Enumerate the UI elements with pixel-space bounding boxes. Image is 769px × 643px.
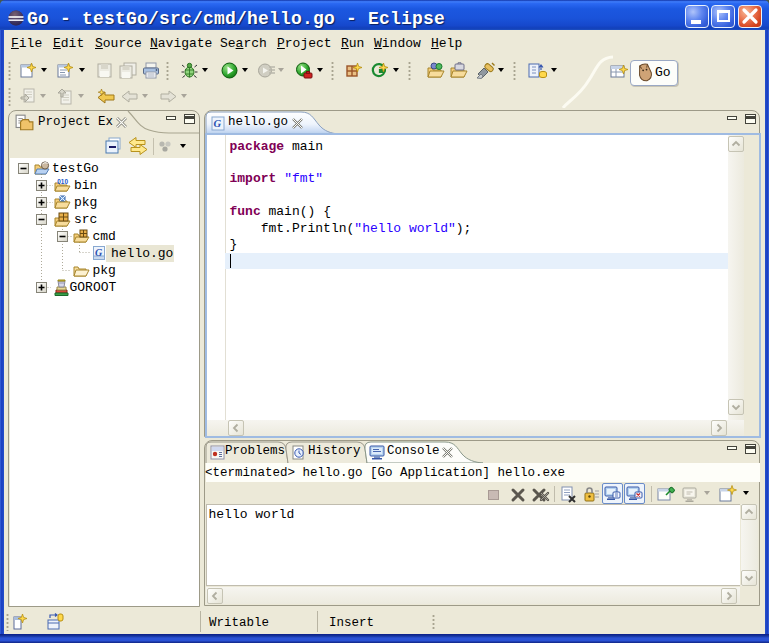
svg-text:G: G bbox=[214, 118, 222, 129]
svg-text:010: 010 bbox=[57, 178, 68, 185]
svg-text:G: G bbox=[95, 247, 103, 258]
